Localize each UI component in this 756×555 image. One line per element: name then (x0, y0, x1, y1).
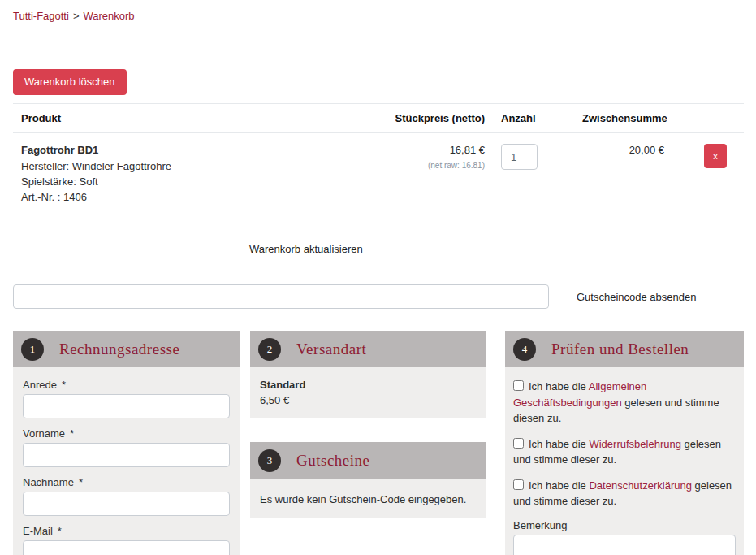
cart-table-header: Produkt Stückpreis (netto) Anzahl Zwisch… (13, 103, 744, 133)
product-name: Fagottrohr BD1 (21, 144, 338, 156)
column-header-subtotal: Zwischensumme (582, 112, 664, 124)
cart-item-row: Fagottrohr BD1 Hersteller: Windeler Fago… (13, 133, 744, 205)
checkout-section: 1 Rechnungsadresse Anrede* Vorname* Nach… (13, 331, 744, 555)
billing-address-panel: 1 Rechnungsadresse Anrede* Vorname* Nach… (13, 331, 240, 555)
voucher-submit-link[interactable]: Gutscheincode absenden (577, 291, 696, 303)
voucher-code-input[interactable] (13, 284, 549, 309)
shipping-panel: 2 Versandart Standard 6,50 € (250, 331, 486, 418)
privacy-text-pre: Ich habe die (529, 479, 589, 492)
subtotal-cell: 20,00 € (582, 144, 664, 205)
first-name-field[interactable] (23, 443, 230, 467)
terms-checkbox[interactable] (513, 380, 524, 391)
terms-checkbox-row: Ich habe die Allgemeinen Geschäftsbeding… (513, 379, 736, 427)
shipping-method: Standard (260, 377, 476, 392)
last-name-label: Nachname* (23, 476, 230, 488)
step-1-badge: 1 (21, 338, 44, 361)
update-cart-link[interactable]: Warenkorb aktualisieren (249, 243, 363, 255)
withdrawal-text-pre: Ich habe die (529, 438, 589, 450)
shipping-panel-title: Versandart (296, 340, 366, 358)
product-strength: Spielstärke: Soft (21, 174, 338, 189)
cart-table: Produkt Stückpreis (netto) Anzahl Zwisch… (13, 103, 744, 205)
review-panel-header: 4 Prüfen und Bestellen (505, 331, 744, 367)
subtotal-value: 20,00 € (629, 144, 664, 156)
privacy-link[interactable]: Datenschutzerklärung (589, 479, 691, 492)
note-textarea[interactable] (513, 535, 736, 555)
first-name-label: Vorname* (23, 427, 230, 440)
column-header-product: Produkt (13, 112, 338, 124)
billing-panel-title: Rechnungsadresse (59, 340, 179, 358)
voucher-row: Gutscheincode absenden (13, 284, 744, 309)
billing-form: Anrede* Vorname* Nachname* E-Mail* (13, 367, 240, 555)
privacy-checkbox[interactable] (513, 479, 524, 490)
breadcrumb-separator: > (73, 10, 80, 22)
terms-text-pre: Ich habe die (529, 380, 589, 392)
breadcrumb: Tutti-Fagotti>Warenkorb (13, 0, 744, 22)
cart-page: Tutti-Fagotti>Warenkorb Warenkorb lösche… (0, 0, 756, 555)
shipping-voucher-column: 2 Versandart Standard 6,50 € 3 Gutschein… (250, 331, 486, 518)
review-form: Ich habe die Allgemeinen Geschäftsbeding… (505, 367, 744, 555)
breadcrumb-home-link[interactable]: Tutti-Fagotti (13, 10, 69, 22)
salutation-field[interactable] (23, 394, 230, 418)
vouchers-panel-title: Gutscheine (296, 452, 369, 470)
breadcrumb-current-link[interactable]: Warenkorb (83, 10, 134, 22)
privacy-checkbox-row: Ich habe die Datenschutzerklärung gelese… (513, 478, 736, 509)
panel-gap (250, 418, 486, 442)
column-header-unit-price: Stückpreis (netto) (338, 112, 485, 124)
vouchers-empty-message: Es wurde kein Gutschein-Code eingegeben. (250, 479, 486, 518)
product-cell: Fagottrohr BD1 Hersteller: Windeler Fago… (13, 144, 338, 205)
vouchers-panel: 3 Gutscheine Es wurde kein Gutschein-Cod… (250, 442, 486, 518)
shipping-panel-header: 2 Versandart (250, 331, 486, 367)
review-panel-title: Prüfen und Bestellen (551, 340, 689, 358)
shipping-price: 6,50 € (260, 392, 476, 408)
vouchers-panel-header: 3 Gutscheine (250, 442, 486, 479)
column-header-quantity: Anzahl (485, 112, 582, 124)
quantity-input[interactable] (501, 144, 538, 170)
net-raw-price: (net raw: 16.81) (338, 161, 485, 170)
withdrawal-link[interactable]: Widerrufsbelehrung (589, 438, 680, 450)
step-2-badge: 2 (258, 338, 281, 361)
withdrawal-checkbox[interactable] (513, 438, 524, 449)
email-field[interactable] (23, 540, 230, 555)
clear-cart-button[interactable]: Warenkorb löschen (13, 69, 127, 95)
last-name-field[interactable] (23, 492, 230, 516)
remove-item-button[interactable]: x (704, 144, 727, 168)
salutation-label: Anrede* (23, 379, 230, 391)
product-article-number: Art.-Nr. : 1406 (21, 189, 338, 205)
product-manufacturer: Hersteller: Windeler Fagottrohre (21, 158, 338, 174)
action-cell: x (664, 144, 744, 205)
unit-price-cell: 16,81 € (net raw: 16.81) (338, 144, 485, 205)
step-4-badge: 4 (513, 338, 536, 361)
email-label: E-Mail* (23, 525, 230, 537)
review-order-panel: 4 Prüfen und Bestellen Ich habe die Allg… (505, 331, 744, 555)
withdrawal-checkbox-row: Ich habe die Widerrufsbelehrung gelesen … (513, 436, 736, 468)
shipping-info: Standard 6,50 € (250, 367, 486, 418)
billing-panel-header: 1 Rechnungsadresse (13, 331, 240, 367)
unit-price-value: 16,81 € (338, 144, 485, 156)
step-3-badge: 3 (258, 449, 281, 472)
quantity-cell (485, 144, 582, 205)
note-label: Bemerkung (513, 519, 736, 531)
